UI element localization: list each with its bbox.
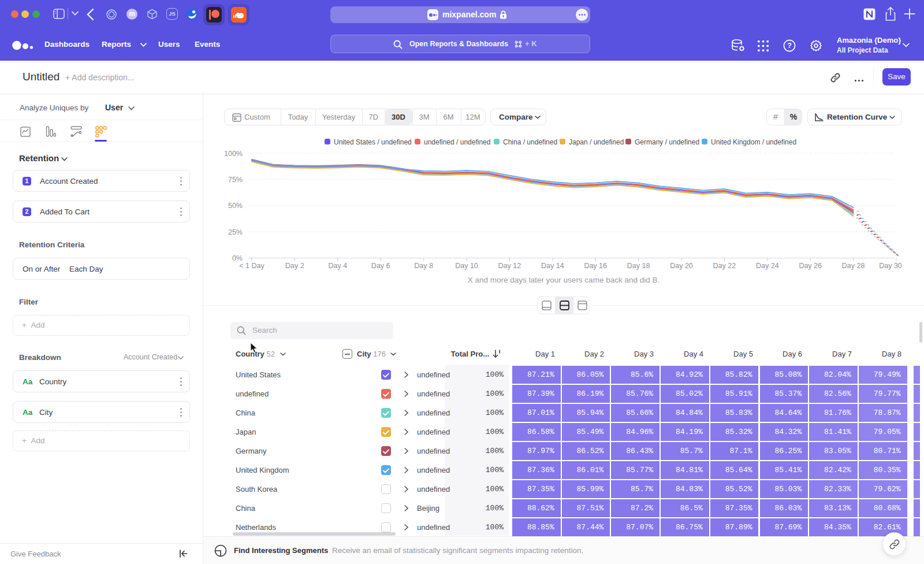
svg-text:Day 8: Day 8 [414,262,433,270]
svg-text:Day 24: Day 24 [756,262,779,270]
svg-text:75%: 75% [228,176,243,184]
svg-text:Day 16: Day 16 [584,262,607,270]
svg-text:Day 30: Day 30 [879,262,902,270]
svg-text:Day 18: Day 18 [627,262,650,270]
svg-text:Day 20: Day 20 [670,262,693,270]
svg-text:< 1 Day: < 1 Day [239,262,264,270]
svg-text:Day 10: Day 10 [455,262,478,270]
svg-text:Day 4: Day 4 [328,262,347,270]
svg-text:25%: 25% [228,228,243,236]
svg-text:100%: 100% [224,150,243,158]
svg-text:Day 28: Day 28 [842,262,865,270]
svg-text:0%: 0% [232,254,243,262]
svg-text:Day 2: Day 2 [285,262,304,270]
svg-text:Day 6: Day 6 [371,262,390,270]
svg-text:Day 12: Day 12 [498,262,521,270]
svg-text:?: ? [787,42,792,50]
svg-text:Day 26: Day 26 [799,262,822,270]
svg-text:Day 14: Day 14 [541,262,564,270]
svg-text:50%: 50% [228,202,243,210]
svg-text:Day 22: Day 22 [713,262,736,270]
